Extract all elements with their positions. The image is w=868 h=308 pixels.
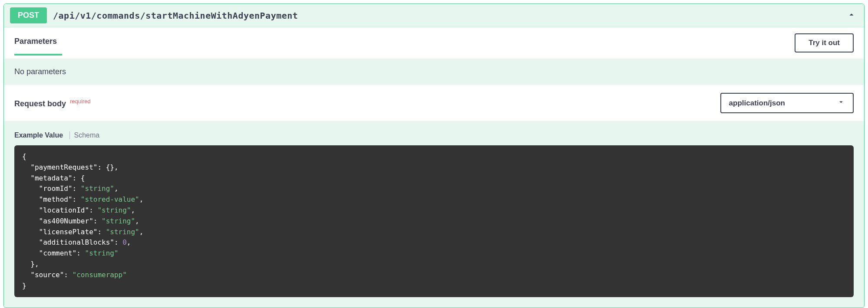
example-json-block[interactable]: { "paymentRequest": {}, "metadata": { "r… <box>14 145 854 297</box>
request-body-title: Request body required <box>14 98 91 108</box>
tab-schema[interactable]: Schema <box>69 131 100 139</box>
request-body-header: Request body required application/json <box>4 85 864 121</box>
parameters-title: Parameters <box>14 37 57 49</box>
parameters-empty-text: No parameters <box>4 59 864 85</box>
request-body-content: Example Value Schema { "paymentRequest":… <box>4 121 864 308</box>
request-body-title-text: Request body <box>14 99 66 108</box>
chevron-up-icon[interactable] <box>847 10 856 21</box>
content-type-value: application/json <box>729 99 785 108</box>
method-badge: POST <box>10 7 47 23</box>
chevron-down-icon <box>837 98 845 108</box>
required-label: required <box>70 98 91 105</box>
try-it-out-button[interactable]: Try it out <box>795 33 854 52</box>
operation-summary[interactable]: POST /api/v1/commands/startMachineWithAd… <box>4 4 864 27</box>
endpoint-path: /api/v1/commands/startMachineWithAdyenPa… <box>53 10 298 21</box>
operation-block: POST /api/v1/commands/startMachineWithAd… <box>3 3 865 308</box>
parameters-header: Parameters Try it out <box>4 27 864 59</box>
content-type-select[interactable]: application/json <box>720 93 854 113</box>
tab-example-value[interactable]: Example Value <box>14 131 63 139</box>
body-tabs: Example Value Schema <box>14 131 854 139</box>
